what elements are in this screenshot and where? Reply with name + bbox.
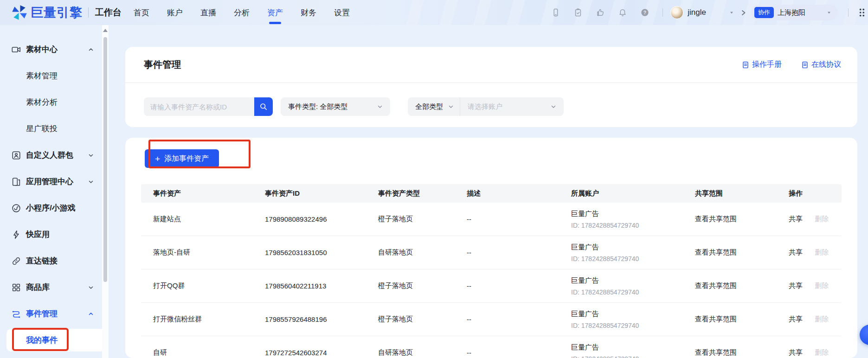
sidebar-scrollbar[interactable] (102, 25, 109, 358)
chevron-down-icon (88, 153, 94, 158)
help-icon[interactable]: ? (640, 8, 649, 17)
nav-item-assets-active[interactable]: 资产 (267, 7, 283, 18)
route-icon (11, 309, 21, 319)
cell-asset-name: 自研 (141, 348, 253, 357)
sidebar-item-my-events-selected[interactable]: 我的事件 (6, 329, 105, 352)
account-id: ID: 1782428854729740 (571, 355, 683, 358)
sidebar-group-material-center[interactable]: 素材中心 (0, 36, 114, 63)
cell-description: -- (455, 249, 559, 256)
sidebar: 素材中心 素材管理 素材分析 星广联投 自定义人群包 应用管理中心 (0, 25, 114, 358)
share-action[interactable]: 共享 (789, 248, 803, 256)
cell-asset-name: 落地页-自研 (141, 248, 253, 257)
chevron-down-icon (551, 104, 556, 109)
add-event-asset-button[interactable]: + 添加事件资产 (145, 149, 219, 168)
user-caret-down-icon[interactable] (729, 10, 734, 15)
add-event-asset-label: 添加事件资产 (164, 154, 209, 164)
view-share-scope-link[interactable]: 查看共享范围 (695, 215, 737, 223)
mobile-icon[interactable] (551, 8, 560, 17)
cell-asset-type: 自研落地页 (366, 248, 455, 257)
cell-description: -- (455, 282, 559, 290)
sidebar-item-direct-link[interactable]: 直达链接 (0, 248, 114, 274)
share-action[interactable]: 共享 (789, 315, 803, 323)
search-button[interactable] (254, 97, 273, 116)
cell-account: 巨量广告 ID: 1782428854729740 (559, 310, 683, 329)
delete-action[interactable]: 删除 (815, 348, 829, 356)
share-action[interactable]: 共享 (789, 215, 803, 223)
clipboard-check-icon[interactable] (573, 8, 583, 17)
collab-account-name: 上海抱阳 (778, 8, 805, 17)
thumbs-up-icon[interactable] (596, 8, 605, 17)
manual-link[interactable]: 操作手册 (742, 60, 782, 70)
cell-account: 巨量广告 ID: 1782428854729740 (559, 276, 683, 296)
main-content: 事件管理 操作手册 在线协议 (125, 47, 857, 358)
delete-action[interactable]: 删除 (815, 248, 829, 256)
account-select[interactable]: 请选择账户 (460, 97, 564, 116)
view-share-scope-link[interactable]: 查看共享范围 (695, 315, 737, 323)
floating-assistant-button[interactable] (860, 325, 868, 345)
page-title: 事件管理 (144, 58, 181, 71)
col-header-asset-id: 事件资产ID (253, 189, 366, 198)
person-card-icon (11, 150, 21, 160)
workspace-label[interactable]: 工作台 (95, 6, 122, 19)
search-icon (259, 102, 268, 111)
cell-asset-id: 1797272542603274 (253, 349, 366, 357)
col-header-description: 描述 (455, 189, 559, 198)
chevron-right-icon[interactable] (740, 10, 746, 16)
cell-description: -- (455, 349, 559, 357)
brand-logo[interactable]: 巨量引擎 工作台 (11, 4, 122, 21)
share-action[interactable]: 共享 (789, 281, 803, 289)
account-name: 巨量广告 (571, 343, 683, 352)
lightning-icon (11, 230, 21, 240)
account-type-select[interactable]: 全部类型 (408, 97, 460, 116)
sidebar-item-star-ad[interactable]: 星广联投 (0, 115, 114, 142)
agreement-link[interactable]: 在线协议 (801, 60, 841, 70)
nav-item-home[interactable]: 首页 (134, 7, 149, 18)
col-header-share-scope: 共享范围 (683, 189, 777, 198)
apps-grid-menu-icon[interactable] (856, 7, 868, 18)
scrollbar-up-arrow[interactable] (103, 29, 108, 32)
cell-asset-type: 橙子落地页 (366, 315, 455, 324)
chevron-up-icon (88, 311, 94, 317)
event-type-select[interactable]: 事件类型: 全部类型 (281, 97, 390, 116)
delete-action[interactable]: 删除 (815, 215, 829, 223)
scrollbar-thumb[interactable] (103, 37, 107, 282)
delete-action[interactable]: 删除 (815, 281, 829, 289)
grid-icon (11, 282, 21, 293)
cell-account: 巨量广告 ID: 1782428854729740 (559, 343, 683, 358)
view-share-scope-link[interactable]: 查看共享范围 (695, 248, 737, 256)
sidebar-label: 事件管理 (26, 308, 58, 319)
sidebar-group-custom-audience[interactable]: 自定义人群包 (0, 142, 114, 168)
delete-action[interactable]: 删除 (815, 315, 829, 323)
svg-text:?: ? (643, 10, 646, 15)
cell-account: 巨量广告 ID: 1782428854729740 (559, 243, 683, 262)
account-id: ID: 1782428854729740 (571, 288, 683, 296)
user-name[interactable]: jingle (688, 8, 706, 17)
nav-item-analysis[interactable]: 分析 (234, 7, 250, 18)
sidebar-label: 星广联投 (26, 123, 58, 134)
nav-item-settings[interactable]: 设置 (334, 7, 350, 18)
sidebar-item-material-management[interactable]: 素材管理 (0, 63, 114, 89)
sidebar-label: 素材管理 (26, 70, 58, 81)
search-input[interactable] (144, 97, 254, 116)
nav-item-account[interactable]: 账户 (167, 7, 183, 18)
sidebar-group-product-library[interactable]: 商品库 (0, 274, 114, 300)
sidebar-item-quickapp[interactable]: 快应用 (0, 221, 114, 248)
chevron-down-icon (88, 179, 94, 185)
nav-item-live[interactable]: 直播 (200, 7, 216, 18)
nav-item-finance[interactable]: 财务 (301, 7, 316, 18)
view-share-scope-link[interactable]: 查看共享范围 (695, 281, 737, 289)
sidebar-item-material-analysis[interactable]: 素材分析 (0, 89, 114, 115)
share-action[interactable]: 共享 (789, 348, 803, 356)
cell-asset-name: 打开QQ群 (141, 281, 253, 290)
topnav-divider (848, 8, 849, 17)
bell-icon[interactable] (618, 8, 627, 17)
collab-badge: 协作 (754, 7, 774, 18)
chevron-down-icon (377, 104, 383, 109)
sidebar-group-event-management[interactable]: 事件管理 (0, 300, 114, 327)
sidebar-group-app-management[interactable]: 应用管理中心 (0, 168, 114, 195)
table-row: 落地页-自研 1798562031831050 自研落地页 -- 巨量广告 ID… (141, 236, 842, 269)
user-avatar[interactable] (670, 6, 683, 19)
sidebar-item-miniprogram[interactable]: 小程序/小游戏 (0, 195, 114, 221)
collab-account-selector[interactable]: 协作 上海抱阳 (751, 5, 838, 20)
view-share-scope-link[interactable]: 查看共享范围 (695, 348, 737, 356)
